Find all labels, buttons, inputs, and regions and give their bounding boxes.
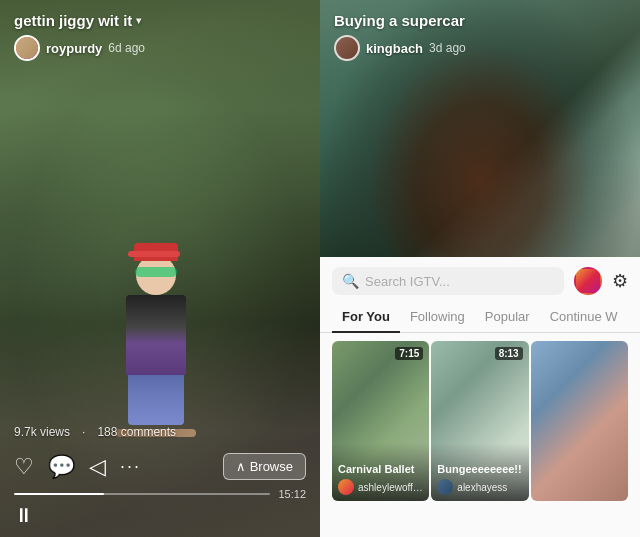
card-2-avatar — [437, 479, 453, 495]
like-icon[interactable]: ♡ — [14, 454, 34, 480]
igtv-card-3[interactable] — [531, 341, 628, 501]
settings-icon[interactable]: ⚙ — [612, 270, 628, 292]
igtv-search-row: 🔍 Search IGTV... ⚙ — [320, 257, 640, 301]
left-time-ago: 6d ago — [108, 41, 145, 55]
video-stats: 9.7k views · 188 comments — [0, 419, 320, 445]
video-duration: 15:12 — [278, 488, 306, 500]
action-bar: ♡ 💬 ◁ ··· ∧ Browse — [0, 445, 320, 488]
playback-controls: ⏸ — [0, 504, 320, 537]
igtv-tabs: For You Following Popular Continue W — [320, 301, 640, 333]
comments-count: 188 comments — [97, 425, 176, 439]
igtv-card-2[interactable]: 8:13 Bungeeeeeeee!! alexhayess — [431, 341, 528, 501]
card-2-bottom: Bungeeeeeeee!! alexhayess — [431, 443, 528, 501]
left-header: gettin jiggy wit it ▾ roypurdy 6d ago — [0, 0, 320, 69]
tab-for-you[interactable]: For You — [332, 301, 400, 332]
igtv-profile-icon[interactable] — [574, 267, 602, 295]
card-2-username: alexhayess — [457, 482, 507, 493]
card-2-user-row: alexhayess — [437, 479, 522, 495]
search-icon: 🔍 — [342, 273, 359, 289]
tab-popular[interactable]: Popular — [475, 301, 540, 332]
igtv-video-grid: 7:15 Carnival Ballet ashleylewoffi... 8:… — [320, 333, 640, 501]
right-header: Buying a supercar kingbach 3d ago — [320, 0, 640, 69]
more-icon[interactable]: ··· — [120, 456, 141, 477]
igtv-right-icons: ⚙ — [574, 267, 628, 295]
pause-button[interactable]: ⏸ — [14, 504, 34, 527]
igtv-bottom-ui: 🔍 Search IGTV... ⚙ For You Following Pop… — [320, 257, 640, 537]
left-avatar[interactable] — [14, 35, 40, 61]
left-user-row: roypurdy 6d ago — [14, 35, 306, 61]
card-1-avatar — [338, 479, 354, 495]
card-1-user-row: ashleylewoffi... — [338, 479, 423, 495]
search-placeholder: Search IGTV... — [365, 274, 450, 289]
browse-chevron-icon: ∧ — [236, 459, 246, 474]
title-chevron-icon: ▾ — [136, 15, 141, 26]
progress-bar-background[interactable] — [14, 493, 270, 495]
progress-bar-fill — [14, 493, 104, 495]
right-video-title: Buying a supercar — [334, 12, 626, 29]
progress-bar-container: 15:12 — [0, 488, 320, 504]
right-user-row: kingbach 3d ago — [334, 35, 626, 61]
card-1-username: ashleylewoffi... — [358, 482, 423, 493]
igtv-card-1[interactable]: 7:15 Carnival Ballet ashleylewoffi... — [332, 341, 429, 501]
tab-following[interactable]: Following — [400, 301, 475, 332]
left-bottom-controls: 9.7k views · 188 comments ♡ 💬 ◁ ··· ∧ Br… — [0, 419, 320, 537]
right-igtv-panel: Buying a supercar kingbach 3d ago 🔍 Sear… — [320, 0, 640, 537]
comment-icon[interactable]: 💬 — [48, 454, 75, 480]
left-username[interactable]: roypurdy — [46, 41, 102, 56]
share-icon[interactable]: ◁ — [89, 454, 106, 480]
left-video-panel: gettin jiggy wit it ▾ roypurdy 6d ago 9.… — [0, 0, 320, 537]
right-avatar[interactable] — [334, 35, 360, 61]
right-time-ago: 3d ago — [429, 41, 466, 55]
card-1-title: Carnival Ballet — [338, 463, 423, 476]
card-1-bottom: Carnival Ballet ashleylewoffi... — [332, 443, 429, 501]
views-count: 9.7k views — [14, 425, 70, 439]
skater-body — [126, 295, 186, 375]
skater-pants — [128, 375, 184, 425]
avatar-inner — [16, 37, 38, 59]
igtv-search-box[interactable]: 🔍 Search IGTV... — [332, 267, 564, 295]
skater-head — [136, 255, 176, 295]
skater-figure — [116, 255, 196, 437]
dot-separator: · — [82, 425, 85, 439]
right-username[interactable]: kingbach — [366, 41, 423, 56]
video-title-text: gettin jiggy wit it — [14, 12, 132, 29]
card-2-duration: 8:13 — [495, 347, 523, 360]
tab-continue-watching[interactable]: Continue W — [540, 301, 628, 332]
browse-label: Browse — [250, 459, 293, 474]
action-icons: ♡ 💬 ◁ ··· — [14, 454, 223, 480]
video-title[interactable]: gettin jiggy wit it ▾ — [14, 12, 306, 29]
browse-button[interactable]: ∧ Browse — [223, 453, 306, 480]
skater-glasses — [135, 267, 177, 277]
card-2-title: Bungeeeeeeee!! — [437, 463, 522, 476]
card-1-duration: 7:15 — [395, 347, 423, 360]
skater-hat-brim — [128, 251, 180, 257]
